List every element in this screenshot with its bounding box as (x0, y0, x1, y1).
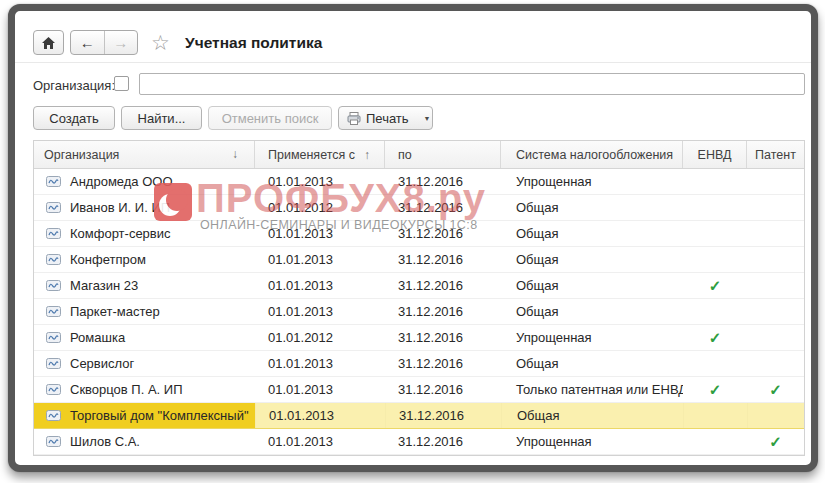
applies-to-cell[interactable]: 31.12.2016 (385, 273, 501, 298)
envd-cell[interactable] (683, 429, 747, 454)
forward-arrow-icon: → (113, 34, 128, 51)
organization-cell[interactable]: Торговый дом "Комплексный" (34, 403, 255, 428)
organization-filter-input[interactable] (139, 73, 805, 95)
organization-cell[interactable]: Ромашка (34, 325, 255, 350)
column-label: Организация (44, 148, 119, 162)
tax-system-cell[interactable]: Общая (501, 299, 683, 324)
forward-button[interactable]: → (105, 31, 138, 54)
envd-cell[interactable]: ✓ (683, 325, 747, 350)
applies-from-cell[interactable]: 01.01.2013 (255, 377, 385, 402)
applies-from-cell[interactable]: 01.01.2013 (255, 273, 385, 298)
column-header-patent[interactable]: Патент (747, 141, 804, 168)
envd-cell[interactable]: ✓ (683, 273, 747, 298)
organization-cell[interactable]: Паркет-мастер (34, 299, 255, 324)
applies-from-cell[interactable]: 01.01.2012 (255, 325, 385, 350)
patent-cell[interactable] (747, 169, 804, 194)
patent-cell[interactable] (747, 273, 804, 298)
applies-from-cell[interactable]: 01.01.2013 (255, 247, 385, 272)
home-button[interactable] (33, 30, 64, 55)
envd-cell[interactable] (683, 221, 747, 246)
organization-cell[interactable]: Андромеда ООО (34, 169, 255, 194)
envd-cell[interactable] (683, 299, 747, 324)
applies-to-cell[interactable]: 31.12.2016 (385, 429, 501, 454)
applies-from-cell[interactable]: 01.01.2013 (255, 429, 385, 454)
organization-cell[interactable]: Конфетпром (34, 247, 255, 272)
back-button[interactable]: ← (71, 31, 105, 54)
applies-from-cell[interactable]: 01.01.2013 (255, 221, 385, 246)
applies-from-cell[interactable]: 01.01.2013 (255, 403, 385, 428)
envd-cell[interactable] (683, 351, 747, 376)
table-row[interactable]: Скворцов П. А. ИП01.01.201331.12.2016Тол… (34, 377, 804, 403)
table-row[interactable]: Иванов И. И. ИП01.01.201231.12.2016Общая (34, 195, 804, 221)
envd-cell[interactable]: ✓ (683, 377, 747, 402)
organization-cell[interactable]: Иванов И. И. ИП (34, 195, 255, 220)
print-button-label: Печать (366, 111, 409, 126)
table-row[interactable]: Сервислог01.01.201331.12.2016Общая (34, 351, 804, 377)
table-row[interactable]: Комфорт-сервис01.01.201331.12.2016Общая (34, 221, 804, 247)
table-row[interactable]: Ромашка01.01.201231.12.2016Упрощенная✓ (34, 325, 804, 351)
column-header-applies-to[interactable]: по (385, 141, 501, 168)
tax-system-cell[interactable]: Общая (501, 195, 683, 220)
column-header-applies-from[interactable]: Применяется с ↑ (255, 141, 385, 168)
create-button[interactable]: Создать (33, 106, 115, 130)
cancel-search-button[interactable]: Отменить поиск (208, 106, 332, 130)
organization-name: Паркет-мастер (70, 304, 160, 319)
envd-cell[interactable] (683, 195, 747, 220)
tax-system-cell[interactable]: Упрощенная (501, 429, 683, 454)
tax-system-cell[interactable]: Упрощенная (501, 169, 683, 194)
applies-from-cell[interactable]: 01.01.2013 (255, 351, 385, 376)
patent-cell[interactable]: ✓ (747, 377, 804, 402)
column-header-organization[interactable]: Организация ↓ (34, 141, 255, 168)
applies-to-cell[interactable]: 31.12.2016 (385, 325, 501, 350)
tax-system-cell[interactable]: Общая (501, 221, 683, 246)
tax-system-cell[interactable]: Упрощенная (501, 325, 683, 350)
applies-from-cell[interactable]: 01.01.2013 (255, 169, 385, 194)
applies-from-cell[interactable]: 01.01.2012 (255, 195, 385, 220)
tax-system-cell[interactable]: Общая (501, 273, 683, 298)
envd-cell[interactable] (683, 403, 747, 428)
print-dropdown-arrow-icon[interactable]: ▼ (417, 115, 438, 122)
column-header-envd[interactable]: ЕНВД (683, 141, 747, 168)
tax-system-cell[interactable]: Общая (501, 351, 683, 376)
table-row[interactable]: Паркет-мастер01.01.201331.12.2016Общая (34, 299, 804, 325)
envd-cell[interactable] (683, 169, 747, 194)
tax-system-cell[interactable]: Только патентная или ЕНВД (501, 377, 683, 402)
table-row[interactable]: Шилов С.А.01.01.201331.12.2016Упрощенная… (34, 429, 804, 455)
column-header-tax-system[interactable]: Система налогообложения (501, 141, 683, 168)
check-icon: ✓ (769, 381, 782, 399)
organization-filter-checkbox[interactable] (114, 76, 129, 91)
organization-cell[interactable]: Сервислог (34, 351, 255, 376)
patent-cell[interactable] (747, 195, 804, 220)
organization-cell[interactable]: Магазин 23 (34, 273, 255, 298)
patent-cell[interactable] (747, 299, 804, 324)
patent-cell[interactable] (747, 403, 804, 428)
applies-to-cell[interactable]: 31.12.2016 (385, 169, 501, 194)
patent-cell[interactable] (747, 247, 804, 272)
applies-to-cell[interactable]: 31.12.2016 (385, 195, 501, 220)
patent-cell[interactable]: ✓ (747, 429, 804, 454)
tax-system-cell[interactable]: Общая (501, 403, 683, 428)
table-row[interactable]: Торговый дом "Комплексный"01.01.201331.1… (34, 403, 804, 429)
organization-cell[interactable]: Скворцов П. А. ИП (34, 377, 255, 402)
patent-cell[interactable] (747, 221, 804, 246)
applies-to-cell[interactable]: 31.12.2016 (385, 247, 501, 272)
applies-to-cell[interactable]: 31.12.2016 (385, 299, 501, 324)
applies-to-cell[interactable]: 31.12.2016 (385, 377, 501, 402)
organization-cell[interactable]: Комфорт-сервис (34, 221, 255, 246)
table-row[interactable]: Конфетпром01.01.201331.12.2016Общая (34, 247, 804, 273)
table-row[interactable]: Магазин 2301.01.201331.12.2016Общая✓ (34, 273, 804, 299)
applies-from-cell[interactable]: 01.01.2013 (255, 299, 385, 324)
envd-cell[interactable] (683, 247, 747, 272)
table-row[interactable]: Андромеда ООО01.01.201331.12.2016Упрощен… (34, 169, 804, 195)
find-button[interactable]: Найти... (121, 106, 202, 130)
patent-cell[interactable] (747, 351, 804, 376)
organization-cell[interactable]: Шилов С.А. (34, 429, 255, 454)
tax-system-cell[interactable]: Общая (501, 247, 683, 272)
policy-record-icon (46, 228, 61, 239)
applies-to-cell[interactable]: 31.12.2016 (385, 403, 501, 428)
applies-to-cell[interactable]: 31.12.2016 (385, 351, 501, 376)
applies-to-cell[interactable]: 31.12.2016 (385, 221, 501, 246)
print-button[interactable]: Печать ▼ (338, 106, 433, 130)
favorite-star-icon[interactable]: ☆ (151, 33, 170, 53)
patent-cell[interactable] (747, 325, 804, 350)
